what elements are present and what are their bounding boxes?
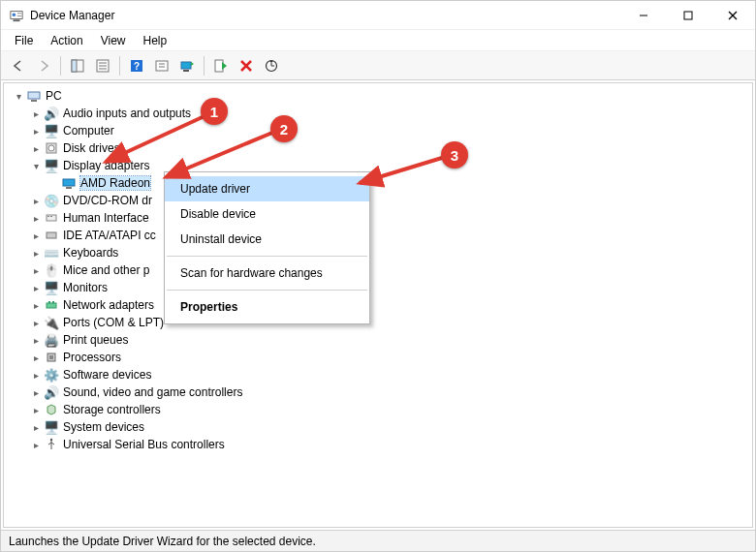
toolbar: ?: [1, 51, 755, 80]
system-icon: 🖥️: [44, 419, 59, 435]
tree-node-keyboards[interactable]: ▸⌨️Keyboards: [29, 244, 752, 261]
title-bar: Device Manager: [1, 1, 755, 30]
tree-node-network[interactable]: ▸Network adapters: [29, 296, 752, 314]
expand-icon[interactable]: ▸: [29, 438, 43, 451]
expand-icon[interactable]: ▸: [29, 263, 43, 277]
svg-rect-37: [48, 301, 50, 303]
ctx-disable-device[interactable]: Disable device: [165, 201, 369, 227]
maximize-button[interactable]: [666, 1, 710, 30]
expand-icon[interactable]: ▸: [29, 281, 43, 294]
properties-icon[interactable]: [91, 54, 114, 77]
tree-node-usb[interactable]: ▸Universal Serial Bus controllers: [29, 436, 752, 453]
menu-file[interactable]: File: [7, 32, 41, 49]
menu-action[interactable]: Action: [43, 32, 90, 49]
action-icon[interactable]: [150, 54, 173, 77]
selected-node-label: AMD Radeon: [80, 176, 150, 190]
toolbar-separator: [60, 56, 61, 76]
tree-node-ports[interactable]: ▸🔌Ports (COM & LPT): [29, 314, 752, 331]
help-icon[interactable]: ?: [125, 54, 148, 77]
tree-node-dvd[interactable]: ▸💿DVD/CD-ROM dr: [29, 192, 752, 209]
expand-icon[interactable]: ▸: [29, 351, 43, 364]
tree-node-amd-radeon[interactable]: ▸AMD Radeon: [47, 174, 752, 192]
svg-rect-1: [14, 19, 20, 21]
annotation-badge-3: 3: [441, 141, 468, 169]
printer-icon: 🖨️: [44, 332, 59, 348]
svg-point-41: [50, 439, 52, 441]
svg-rect-38: [52, 301, 54, 303]
svg-point-29: [48, 145, 54, 151]
menu-bar: File Action View Help: [1, 30, 755, 51]
device-tree[interactable]: ▾ PC ▸🔊Audio inputs and outputs ▸🖥️Compu…: [8, 87, 752, 453]
tree-node-disk[interactable]: ▸Disk drives: [29, 139, 752, 157]
svg-rect-40: [49, 355, 53, 359]
tree-node-ide[interactable]: ▸IDE ATA/ATAPI cc: [29, 227, 752, 244]
expand-icon[interactable]: ▸: [29, 385, 43, 399]
annotation-badge-1: 1: [201, 98, 228, 125]
tree-node-computer[interactable]: ▸🖥️Computer: [29, 122, 752, 139]
status-text: Launches the Update Driver Wizard for th…: [9, 535, 316, 548]
expand-icon[interactable]: ▸: [29, 298, 43, 312]
tree-node-printq[interactable]: ▸🖨️Print queues: [29, 331, 752, 349]
tree-node-hid[interactable]: ▸Human Interface: [29, 209, 752, 227]
tree-node-monitors[interactable]: ▸🖥️Monitors: [29, 279, 752, 296]
dvd-icon: 💿: [44, 193, 59, 208]
svg-rect-33: [47, 216, 49, 217]
network-icon: [44, 297, 59, 313]
scan-icon[interactable]: [260, 54, 283, 77]
svg-rect-31: [66, 187, 72, 189]
svg-rect-36: [47, 303, 56, 308]
svg-rect-22: [215, 60, 223, 72]
tree-node-audio[interactable]: ▸🔊Audio inputs and outputs: [29, 105, 752, 122]
show-console-icon[interactable]: [66, 54, 89, 77]
expand-icon[interactable]: ▸: [29, 333, 43, 347]
mouse-icon: 🖱️: [44, 262, 59, 278]
tree-node-processors[interactable]: ▸Processors: [29, 349, 752, 366]
expand-icon[interactable]: ▸: [29, 403, 43, 416]
svg-rect-32: [47, 215, 56, 221]
enable-icon[interactable]: [209, 54, 233, 77]
expand-icon[interactable]: ▸: [29, 420, 43, 434]
tree-node-mice[interactable]: ▸🖱️Mice and other p: [29, 261, 752, 279]
svg-rect-35: [47, 232, 56, 238]
tree-node-system[interactable]: ▸🖥️System devices: [29, 418, 752, 436]
collapse-icon[interactable]: ▾: [12, 89, 25, 103]
ctx-properties[interactable]: Properties: [165, 294, 369, 320]
ctx-scan[interactable]: Scan for hardware changes: [165, 261, 369, 286]
expand-icon[interactable]: ▸: [29, 246, 43, 260]
tree-node-sound[interactable]: ▸🔊Sound, video and game controllers: [29, 383, 752, 401]
expand-icon[interactable]: ▸: [29, 141, 43, 155]
expand-icon[interactable]: ▸: [29, 211, 43, 225]
sound-icon: 🔊: [44, 384, 59, 400]
tree-node-software[interactable]: ▸⚙️Software devices: [29, 366, 752, 383]
minimize-button[interactable]: [621, 1, 666, 30]
expand-icon[interactable]: ▸: [29, 229, 43, 242]
tree-node-storage[interactable]: ▸Storage controllers: [29, 401, 752, 418]
ctx-uninstall-device[interactable]: Uninstall device: [165, 227, 369, 252]
menu-help[interactable]: Help: [136, 32, 175, 49]
expand-icon[interactable]: ▸: [29, 107, 43, 120]
forward-button[interactable]: [32, 54, 55, 77]
computer-icon: [26, 88, 42, 104]
svg-text:?: ?: [134, 61, 140, 72]
computer-icon: 🖥️: [44, 123, 59, 138]
expand-icon[interactable]: ▸: [29, 124, 43, 138]
root-node[interactable]: ▾ PC: [12, 87, 752, 105]
ctx-separator: [167, 290, 367, 291]
software-icon: ⚙️: [44, 367, 59, 383]
expand-icon[interactable]: ▸: [29, 194, 43, 207]
uninstall-icon[interactable]: [235, 54, 258, 77]
expand-icon[interactable]: ▸: [29, 368, 43, 382]
update-icon[interactable]: [175, 54, 199, 77]
expand-icon[interactable]: ▸: [29, 316, 43, 329]
ctx-update-driver[interactable]: Update driver: [165, 176, 369, 201]
status-bar: Launches the Update Driver Wizard for th…: [1, 530, 755, 551]
menu-view[interactable]: View: [93, 32, 134, 49]
tree-node-display[interactable]: ▾🖥️Display adapters: [29, 157, 752, 174]
display-adapter-icon: [61, 175, 77, 191]
ctx-separator: [167, 256, 367, 257]
collapse-icon[interactable]: ▾: [29, 159, 43, 172]
back-button[interactable]: [7, 54, 30, 77]
context-menu: Update driver Disable device Uninstall d…: [164, 171, 370, 324]
close-button[interactable]: [710, 1, 755, 30]
svg-rect-21: [183, 70, 189, 72]
